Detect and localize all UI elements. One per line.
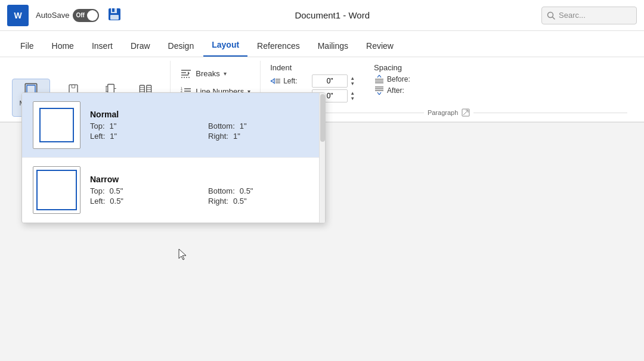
indent-right-spin[interactable]: ▲ ▼ [350,91,355,101]
svg-line-5 [553,17,555,19]
breaks-dropdown-arrow: ▾ [224,70,227,77]
indent-left-label: Left: [283,77,309,85]
paragraph-label: Paragraph [428,109,458,116]
autosave-toggle[interactable]: Off [73,9,99,22]
svg-line-54 [379,75,381,77]
narrow-top-label: Top: [90,186,105,195]
tab-draw[interactable]: Draw [122,36,159,57]
normal-left-label: Left: [90,132,105,141]
narrow-margin-name: Narrow [90,175,314,184]
svg-rect-3 [110,15,119,20]
tab-references[interactable]: References [249,36,308,57]
cursor [177,248,188,264]
svg-line-64 [463,110,468,115]
scrollbar-thumb [320,94,325,142]
search-box[interactable]: Searc... [541,7,637,24]
spacing-after-row: After: [374,86,413,95]
indent-left-icon [270,76,281,86]
indent-left-spin[interactable]: ▲ ▼ [350,76,355,86]
normal-top-val: 1" [110,122,117,130]
normal-margin-details: Top: 1" Bottom: 1" Left: 1" Right: 1" [90,122,314,141]
breaks-icon [180,67,192,79]
toggle-knob [87,10,98,21]
svg-line-53 [377,75,379,77]
spacing-group: Spacing Before: [374,63,413,104]
save-button[interactable] [106,6,123,25]
svg-marker-31 [188,71,190,75]
normal-margin-name: Normal [90,110,314,119]
margins-dropdown: Normal Top: 1" Bottom: 1" Left: 1" Right… [21,92,326,223]
autosave-label: AutoSave [36,11,69,20]
breaks-label: Breaks [196,69,219,78]
normal-inner-box [39,108,74,142]
indent-left-down[interactable]: ▼ [350,82,355,86]
narrow-top-row: Top: 0.5" [90,186,196,195]
word-logo: W [7,5,29,26]
dropdown-scrollbar[interactable] [319,93,325,223]
normal-bottom-label: Bottom: [208,122,235,130]
tab-file[interactable]: File [12,36,42,57]
normal-margin-info: Normal Top: 1" Bottom: 1" Left: 1" Right… [90,110,314,141]
normal-margin-preview [33,101,80,149]
narrow-margin-details: Top: 0.5" Bottom: 0.5" Left: 0.5" Right:… [90,186,314,206]
search-icon [547,11,555,20]
tab-mailings[interactable]: Mailings [309,36,357,57]
narrow-margin-preview [33,166,80,214]
normal-left-val: 1" [110,132,117,141]
autosave-container: AutoSave Off [36,9,99,22]
tab-insert[interactable]: Insert [83,36,121,57]
paragraph-divider-right [473,113,627,113]
tab-design[interactable]: Design [160,36,203,57]
normal-bottom-val: 1" [240,122,247,130]
indent-title: Indent [270,63,355,72]
normal-right-row: Right: 1" [208,132,314,141]
indent-left-row: Left: 0" ▲ ▼ [270,74,355,88]
tab-layout[interactable]: Layout [203,35,247,57]
tab-review[interactable]: Review [358,36,402,57]
breaks-button[interactable]: Breaks ▾ [178,66,253,80]
normal-top-label: Top: [90,122,105,130]
indent-right-down[interactable]: ▼ [350,97,355,101]
narrow-left-row: Left: 0.5" [90,197,196,206]
narrow-inner-box [36,170,77,210]
spacing-before-row: Before: [374,74,413,84]
narrow-left-label: Left: [90,197,105,206]
search-placeholder: Searc... [559,11,586,20]
svg-line-41 [271,79,274,81]
svg-rect-13 [72,85,75,88]
normal-left-row: Left: 1" [90,132,196,141]
narrow-left-val: 0.5" [110,197,123,206]
narrow-margin-info: Narrow Top: 0.5" Bottom: 0.5" Left: 0.5"… [90,175,314,206]
indent-right-up[interactable]: ▲ [350,91,355,96]
svg-line-58 [377,92,379,95]
tab-home[interactable]: Home [44,36,82,57]
toggle-off-label: Off [76,12,84,18]
title-bar: W AutoSave Off Document1 - Word Searc... [0,0,644,31]
normal-right-label: Right: [208,132,228,141]
svg-rect-2 [112,8,114,12]
margin-item-normal[interactable]: Normal Top: 1" Bottom: 1" Left: 1" Right… [22,93,325,158]
spacing-title: Spacing [374,63,413,72]
narrow-bottom-label: Bottom: [208,186,235,195]
narrow-bottom-row: Bottom: 0.5" [208,186,314,195]
paragraph-expand-icon[interactable] [462,108,470,117]
normal-right-val: 1" [233,132,240,141]
spacing-after-icon [374,86,385,95]
spacing-before-icon [374,74,385,84]
narrow-top-val: 0.5" [110,186,123,195]
narrow-right-val: 0.5" [233,197,247,206]
floppy-disk-icon [106,6,123,23]
narrow-right-row: Right: 0.5" [208,197,314,206]
normal-top-row: Top: 1" [90,122,196,130]
indent-left-up[interactable]: ▲ [350,76,355,81]
narrow-bottom-val: 0.5" [240,186,253,195]
doc-title: Document1 - Word [130,10,534,20]
ribbon-tabs: File Home Insert Draw Design Layout Refe… [0,31,644,57]
spacing-before-label: Before: [387,75,413,83]
indent-left-input[interactable]: 0" [312,74,348,88]
normal-bottom-row: Bottom: 1" [208,122,314,130]
svg-line-42 [271,81,274,83]
spacing-after-label: After: [387,86,413,95]
margin-item-narrow[interactable]: Narrow Top: 0.5" Bottom: 0.5" Left: 0.5"… [22,158,325,223]
narrow-right-label: Right: [208,197,228,206]
